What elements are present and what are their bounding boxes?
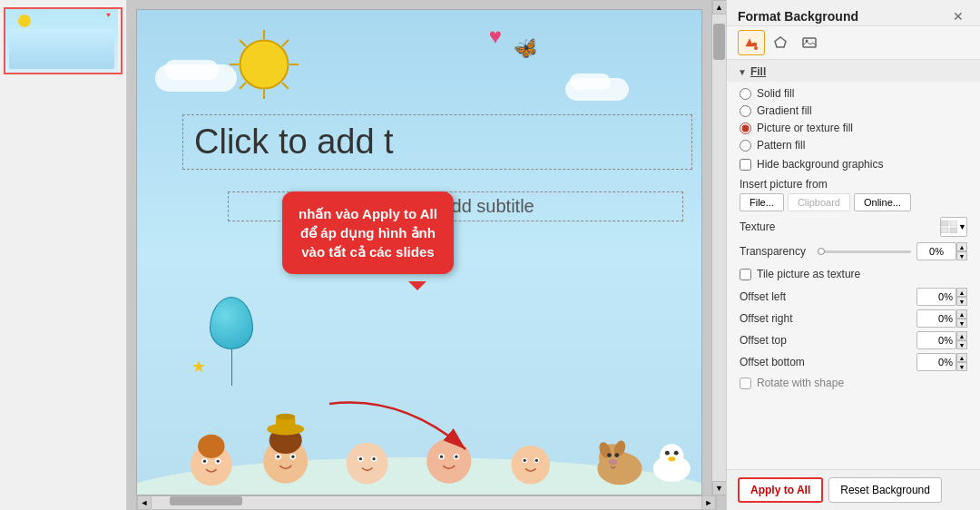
heart-icon: ♥ [489,24,502,49]
tooltip-text: nhấn vào Apply to Allđể áp dụng hình ảnh… [299,206,437,260]
hide-bg-option[interactable]: Hide background graphics [740,156,967,172]
scroll-left-button[interactable]: ◄ [137,495,152,510]
pentagon-icon [773,35,788,50]
svg-point-38 [535,459,538,462]
offset-right-down[interactable]: ▼ [956,319,967,328]
fill-section-arrow: ▼ [738,67,747,77]
online-button[interactable]: Online... [854,193,911,211]
transparency-up-button[interactable]: ▲ [956,242,967,251]
tile-label[interactable]: Tile picture as texture [757,268,860,280]
apply-to-all-button[interactable]: Apply to All [738,477,823,503]
fill-section-header[interactable]: ▼ Fill [727,60,980,82]
rotate-label[interactable]: Rotate with shape [757,377,844,389]
balloon [210,297,253,386]
hide-bg-label[interactable]: Hide background graphics [757,158,883,171]
tile-checkbox[interactable] [740,269,751,280]
reset-background-button[interactable]: Reset Background [828,477,942,503]
texture-row: Texture ▼ [740,217,967,237]
texture-dropdown-arrow: ▼ [958,222,966,231]
offset-left-row: Offset left ▲ ▼ [740,288,967,306]
offset-left-up[interactable]: ▲ [956,288,967,297]
offset-left-spinners: ▲ ▼ [956,288,967,306]
panel-footer: Apply to All Reset Background [727,469,980,510]
offset-bottom-spinners: ▲ ▼ [956,353,967,371]
offset-bottom-input[interactable] [916,353,956,371]
slider-thumb[interactable] [818,248,825,255]
slide-thumb-1[interactable]: 1 ♥ [4,7,122,74]
effects-icon-button[interactable] [767,30,794,55]
v-scroll-track[interactable] [712,15,726,481]
offset-bottom-up[interactable]: ▲ [956,353,967,362]
gradient-fill-label[interactable]: Gradient fill [757,104,812,117]
svg-point-18 [277,456,279,458]
panel-header: Format Background ✕ [727,0,980,26]
offset-right-label: Offset right [740,312,812,325]
svg-line-5 [282,40,289,46]
file-button[interactable]: File... [740,193,784,211]
slides-panel: 1 ♥ [0,0,127,510]
balloon-body [210,297,253,349]
h-scroll-thumb[interactable] [170,496,242,505]
solid-fill-option[interactable]: Solid fill [740,87,967,100]
offset-top-up[interactable]: ▲ [956,331,967,340]
scroll-right-button[interactable]: ► [701,495,716,510]
sun-rays [228,28,300,101]
texture-selector-button[interactable]: ▼ [940,217,967,237]
h-scroll-track[interactable] [152,496,701,509]
bucket-icon [744,35,759,50]
scroll-down-button[interactable]: ▼ [712,481,727,495]
offset-left-input[interactable] [916,288,956,306]
offset-right-up[interactable]: ▲ [956,309,967,319]
svg-rect-60 [950,228,957,233]
picture-icon-button[interactable] [796,30,823,55]
vertical-scrollbar[interactable]: ▲ ▼ [711,0,726,495]
svg-rect-58 [950,221,957,226]
slide-title[interactable]: Click to add t [182,114,692,170]
svg-point-49 [674,451,679,456]
hide-bg-checkbox[interactable] [740,159,751,171]
offset-right-input[interactable] [916,309,956,328]
svg-line-4 [240,40,246,46]
rotate-checkbox[interactable] [740,378,751,389]
fill-type-icon-button[interactable] [738,30,765,55]
pattern-fill-radio[interactable] [740,140,751,152]
offset-left-down[interactable]: ▼ [956,297,967,306]
transparency-slider[interactable] [818,250,911,253]
horizontal-scrollbar[interactable]: ◄ ► [136,495,717,510]
svg-point-53 [754,46,758,50]
clipboard-button[interactable]: Clipboard [788,193,850,211]
picture-fill-option[interactable]: Picture or texture fill [740,122,967,134]
svg-point-45 [609,459,618,466]
svg-point-12 [203,460,206,463]
offset-bottom-down[interactable]: ▼ [956,362,967,371]
offset-right-row: Offset right ▲ ▼ [740,309,967,328]
offset-bottom-label: Offset bottom [740,356,812,368]
gradient-fill-option[interactable]: Gradient fill [740,104,967,117]
texture-label: Texture [740,221,775,233]
transparency-value[interactable]: 0% [916,242,956,260]
picture-fill-radio[interactable] [740,123,751,134]
transparency-down-button[interactable]: ▼ [956,251,967,260]
v-scroll-thumb[interactable] [713,24,725,60]
cloud-2 [164,60,219,80]
panel-close-button[interactable]: ✕ [947,7,969,25]
svg-point-14 [198,435,224,458]
svg-rect-59 [941,228,948,233]
offset-top-input[interactable] [916,331,956,349]
scroll-up-button[interactable]: ▲ [712,0,727,15]
pattern-fill-option[interactable]: Pattern fill [740,139,967,152]
tile-option[interactable]: Tile picture as texture [740,266,967,282]
arrow-svg [320,395,484,467]
cloud-4 [570,74,611,90]
tooltip-bubble: nhấn vào Apply to Allđể áp dụng hình ảnh… [282,191,454,274]
slide-canvas[interactable]: ♥ 🦋 ★ Click to add t Click to add subtit… [136,9,702,495]
picture-fill-label[interactable]: Picture or texture fill [757,122,853,134]
pattern-fill-label[interactable]: Pattern fill [757,139,805,152]
svg-marker-54 [775,37,786,47]
solid-fill-radio[interactable] [740,88,751,100]
solid-fill-label[interactable]: Solid fill [757,87,794,100]
gradient-fill-radio[interactable] [740,105,751,117]
offset-top-down[interactable]: ▼ [956,340,967,349]
rotate-option[interactable]: Rotate with shape [740,375,967,391]
offset-left-label: Offset left [740,290,812,303]
